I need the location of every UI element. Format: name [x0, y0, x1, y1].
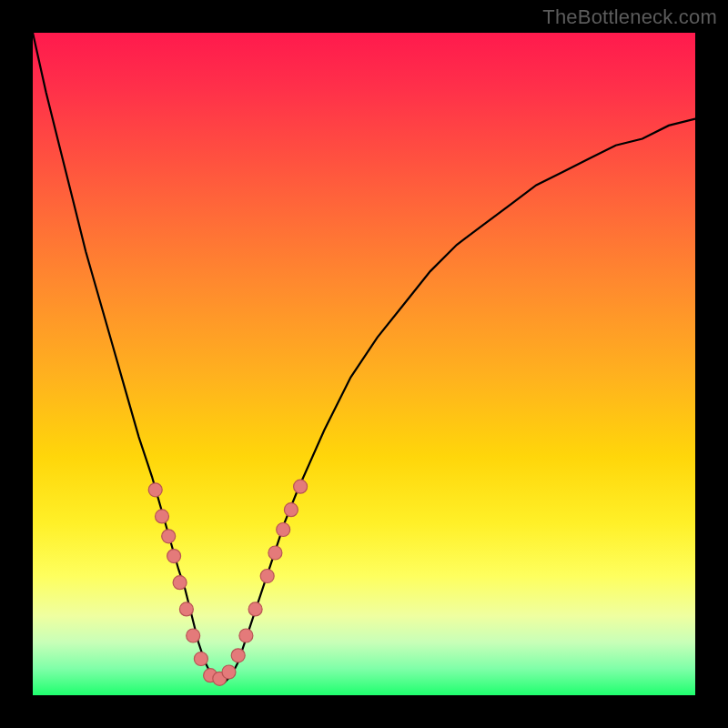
sample-dot: [231, 649, 245, 662]
sample-dot: [194, 652, 207, 666]
sample-dot: [268, 546, 282, 560]
plot-area: [33, 33, 695, 695]
chart-frame: TheBottleneck.com: [0, 0, 728, 728]
sample-dot: [277, 523, 290, 537]
sample-dot: [239, 629, 253, 642]
sample-dot: [222, 665, 236, 679]
sample-dot: [284, 503, 298, 517]
sample-dot: [294, 480, 308, 493]
sample-dot: [167, 550, 181, 563]
sample-dot: [162, 530, 176, 543]
sample-dot: [248, 602, 262, 616]
watermark-text: TheBottleneck.com: [542, 5, 717, 29]
sample-dot: [173, 576, 187, 590]
bottleneck-curve: [33, 33, 695, 682]
sample-dot: [148, 483, 162, 497]
sample-dot: [187, 629, 200, 642]
sample-dot: [156, 510, 169, 523]
sample-dot: [179, 602, 193, 616]
sample-dot: [260, 570, 274, 583]
curve-svg: [33, 33, 695, 695]
sample-dots-group: [148, 480, 307, 685]
